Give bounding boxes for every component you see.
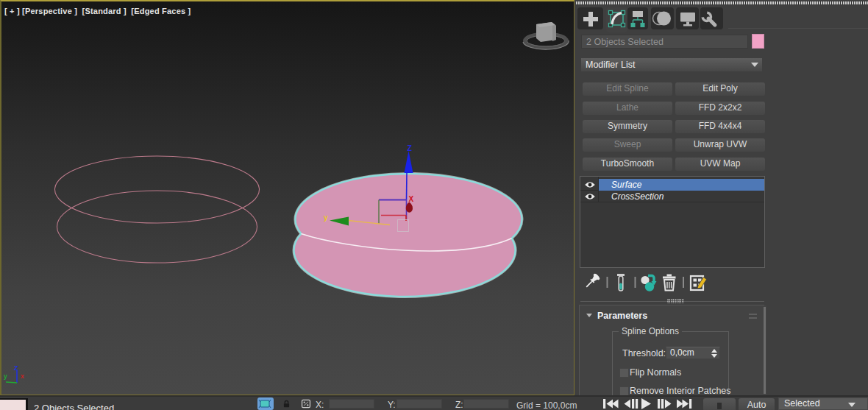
svg-text:X: X — [409, 195, 414, 203]
svg-text:y: y — [4, 372, 7, 380]
svg-text:Z: Z — [408, 144, 413, 152]
svg-text:Z: Z — [14, 364, 18, 372]
svg-text:y: y — [324, 213, 328, 222]
svg-text:x: x — [21, 372, 24, 380]
